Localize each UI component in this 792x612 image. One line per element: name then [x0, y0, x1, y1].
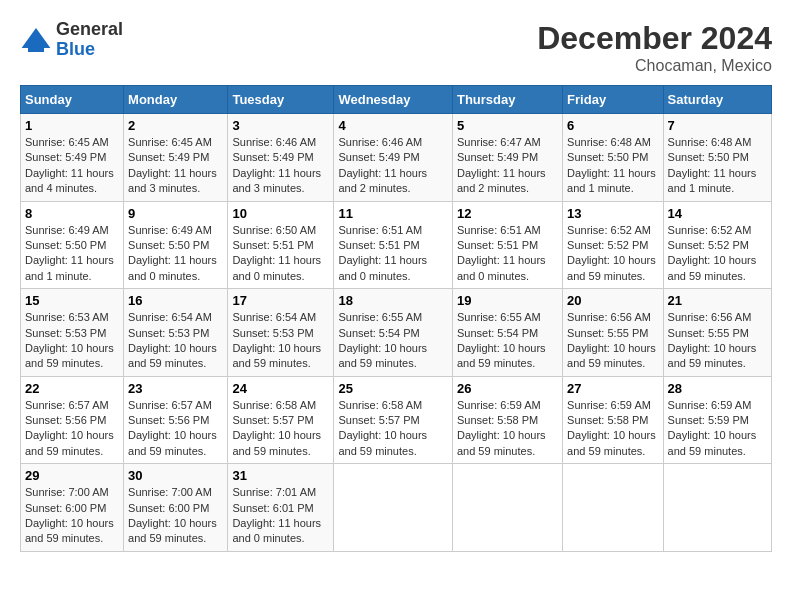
week-row-1: 1Sunrise: 6:45 AMSunset: 5:49 PMDaylight…: [21, 114, 772, 202]
header-row: Sunday Monday Tuesday Wednesday Thursday…: [21, 86, 772, 114]
day-number: 12: [457, 206, 558, 221]
calendar-cell: 19Sunrise: 6:55 AMSunset: 5:54 PMDayligh…: [452, 289, 562, 377]
day-info: Sunrise: 6:46 AMSunset: 5:49 PMDaylight:…: [232, 135, 329, 197]
day-number: 17: [232, 293, 329, 308]
calendar-cell: [563, 464, 663, 552]
calendar-cell: 22Sunrise: 6:57 AMSunset: 5:56 PMDayligh…: [21, 376, 124, 464]
calendar-cell: 23Sunrise: 6:57 AMSunset: 5:56 PMDayligh…: [124, 376, 228, 464]
calendar-cell: 3Sunrise: 6:46 AMSunset: 5:49 PMDaylight…: [228, 114, 334, 202]
calendar-cell: 31Sunrise: 7:01 AMSunset: 6:01 PMDayligh…: [228, 464, 334, 552]
logo-general: General: [56, 20, 123, 40]
day-info: Sunrise: 6:59 AMSunset: 5:59 PMDaylight:…: [668, 398, 767, 460]
col-wednesday: Wednesday: [334, 86, 453, 114]
calendar-cell: 18Sunrise: 6:55 AMSunset: 5:54 PMDayligh…: [334, 289, 453, 377]
calendar-cell: 24Sunrise: 6:58 AMSunset: 5:57 PMDayligh…: [228, 376, 334, 464]
day-info: Sunrise: 6:58 AMSunset: 5:57 PMDaylight:…: [232, 398, 329, 460]
day-info: Sunrise: 6:55 AMSunset: 5:54 PMDaylight:…: [338, 310, 448, 372]
day-number: 30: [128, 468, 223, 483]
day-info: Sunrise: 6:54 AMSunset: 5:53 PMDaylight:…: [128, 310, 223, 372]
calendar-cell: 30Sunrise: 7:00 AMSunset: 6:00 PMDayligh…: [124, 464, 228, 552]
calendar-cell: 8Sunrise: 6:49 AMSunset: 5:50 PMDaylight…: [21, 201, 124, 289]
day-info: Sunrise: 6:48 AMSunset: 5:50 PMDaylight:…: [668, 135, 767, 197]
day-info: Sunrise: 6:53 AMSunset: 5:53 PMDaylight:…: [25, 310, 119, 372]
day-number: 24: [232, 381, 329, 396]
calendar-cell: 27Sunrise: 6:59 AMSunset: 5:58 PMDayligh…: [563, 376, 663, 464]
day-number: 23: [128, 381, 223, 396]
day-info: Sunrise: 7:00 AMSunset: 6:00 PMDaylight:…: [128, 485, 223, 547]
col-tuesday: Tuesday: [228, 86, 334, 114]
col-thursday: Thursday: [452, 86, 562, 114]
day-info: Sunrise: 7:01 AMSunset: 6:01 PMDaylight:…: [232, 485, 329, 547]
day-info: Sunrise: 6:55 AMSunset: 5:54 PMDaylight:…: [457, 310, 558, 372]
week-row-2: 8Sunrise: 6:49 AMSunset: 5:50 PMDaylight…: [21, 201, 772, 289]
day-number: 27: [567, 381, 658, 396]
day-number: 6: [567, 118, 658, 133]
calendar-cell: [334, 464, 453, 552]
day-number: 7: [668, 118, 767, 133]
day-info: Sunrise: 6:50 AMSunset: 5:51 PMDaylight:…: [232, 223, 329, 285]
calendar-cell: 15Sunrise: 6:53 AMSunset: 5:53 PMDayligh…: [21, 289, 124, 377]
day-number: 22: [25, 381, 119, 396]
day-number: 4: [338, 118, 448, 133]
day-number: 16: [128, 293, 223, 308]
calendar-cell: 21Sunrise: 6:56 AMSunset: 5:55 PMDayligh…: [663, 289, 771, 377]
day-number: 28: [668, 381, 767, 396]
day-info: Sunrise: 6:51 AMSunset: 5:51 PMDaylight:…: [338, 223, 448, 285]
day-info: Sunrise: 6:59 AMSunset: 5:58 PMDaylight:…: [457, 398, 558, 460]
day-number: 10: [232, 206, 329, 221]
day-info: Sunrise: 6:46 AMSunset: 5:49 PMDaylight:…: [338, 135, 448, 197]
calendar-cell: 1Sunrise: 6:45 AMSunset: 5:49 PMDaylight…: [21, 114, 124, 202]
day-info: Sunrise: 6:45 AMSunset: 5:49 PMDaylight:…: [25, 135, 119, 197]
title-block: December 2024 Chocaman, Mexico: [537, 20, 772, 75]
day-info: Sunrise: 6:52 AMSunset: 5:52 PMDaylight:…: [567, 223, 658, 285]
day-number: 2: [128, 118, 223, 133]
day-number: 19: [457, 293, 558, 308]
day-info: Sunrise: 6:54 AMSunset: 5:53 PMDaylight:…: [232, 310, 329, 372]
day-number: 21: [668, 293, 767, 308]
subtitle: Chocaman, Mexico: [537, 57, 772, 75]
day-info: Sunrise: 6:49 AMSunset: 5:50 PMDaylight:…: [128, 223, 223, 285]
day-number: 18: [338, 293, 448, 308]
calendar-cell: 7Sunrise: 6:48 AMSunset: 5:50 PMDaylight…: [663, 114, 771, 202]
day-number: 26: [457, 381, 558, 396]
day-info: Sunrise: 6:56 AMSunset: 5:55 PMDaylight:…: [567, 310, 658, 372]
calendar-cell: 6Sunrise: 6:48 AMSunset: 5:50 PMDaylight…: [563, 114, 663, 202]
day-info: Sunrise: 6:49 AMSunset: 5:50 PMDaylight:…: [25, 223, 119, 285]
calendar-cell: 17Sunrise: 6:54 AMSunset: 5:53 PMDayligh…: [228, 289, 334, 377]
col-monday: Monday: [124, 86, 228, 114]
day-info: Sunrise: 6:48 AMSunset: 5:50 PMDaylight:…: [567, 135, 658, 197]
calendar-cell: 5Sunrise: 6:47 AMSunset: 5:49 PMDaylight…: [452, 114, 562, 202]
calendar-cell: 14Sunrise: 6:52 AMSunset: 5:52 PMDayligh…: [663, 201, 771, 289]
day-info: Sunrise: 7:00 AMSunset: 6:00 PMDaylight:…: [25, 485, 119, 547]
calendar-cell: 26Sunrise: 6:59 AMSunset: 5:58 PMDayligh…: [452, 376, 562, 464]
calendar-cell: [663, 464, 771, 552]
day-info: Sunrise: 6:56 AMSunset: 5:55 PMDaylight:…: [668, 310, 767, 372]
page-header: General Blue December 2024 Chocaman, Mex…: [20, 20, 772, 75]
day-number: 25: [338, 381, 448, 396]
day-info: Sunrise: 6:47 AMSunset: 5:49 PMDaylight:…: [457, 135, 558, 197]
day-number: 9: [128, 206, 223, 221]
calendar-cell: 2Sunrise: 6:45 AMSunset: 5:49 PMDaylight…: [124, 114, 228, 202]
calendar-cell: 11Sunrise: 6:51 AMSunset: 5:51 PMDayligh…: [334, 201, 453, 289]
day-info: Sunrise: 6:45 AMSunset: 5:49 PMDaylight:…: [128, 135, 223, 197]
calendar-cell: [452, 464, 562, 552]
calendar-body: 1Sunrise: 6:45 AMSunset: 5:49 PMDaylight…: [21, 114, 772, 552]
day-number: 13: [567, 206, 658, 221]
col-friday: Friday: [563, 86, 663, 114]
calendar-cell: 13Sunrise: 6:52 AMSunset: 5:52 PMDayligh…: [563, 201, 663, 289]
calendar-cell: 9Sunrise: 6:49 AMSunset: 5:50 PMDaylight…: [124, 201, 228, 289]
day-info: Sunrise: 6:57 AMSunset: 5:56 PMDaylight:…: [25, 398, 119, 460]
logo-blue: Blue: [56, 40, 123, 60]
day-info: Sunrise: 6:57 AMSunset: 5:56 PMDaylight:…: [128, 398, 223, 460]
calendar-table: Sunday Monday Tuesday Wednesday Thursday…: [20, 85, 772, 552]
day-number: 20: [567, 293, 658, 308]
svg-rect-1: [28, 48, 44, 52]
day-number: 29: [25, 468, 119, 483]
week-row-4: 22Sunrise: 6:57 AMSunset: 5:56 PMDayligh…: [21, 376, 772, 464]
logo: General Blue: [20, 20, 123, 60]
day-info: Sunrise: 6:58 AMSunset: 5:57 PMDaylight:…: [338, 398, 448, 460]
day-number: 15: [25, 293, 119, 308]
day-number: 3: [232, 118, 329, 133]
day-number: 1: [25, 118, 119, 133]
day-info: Sunrise: 6:52 AMSunset: 5:52 PMDaylight:…: [668, 223, 767, 285]
